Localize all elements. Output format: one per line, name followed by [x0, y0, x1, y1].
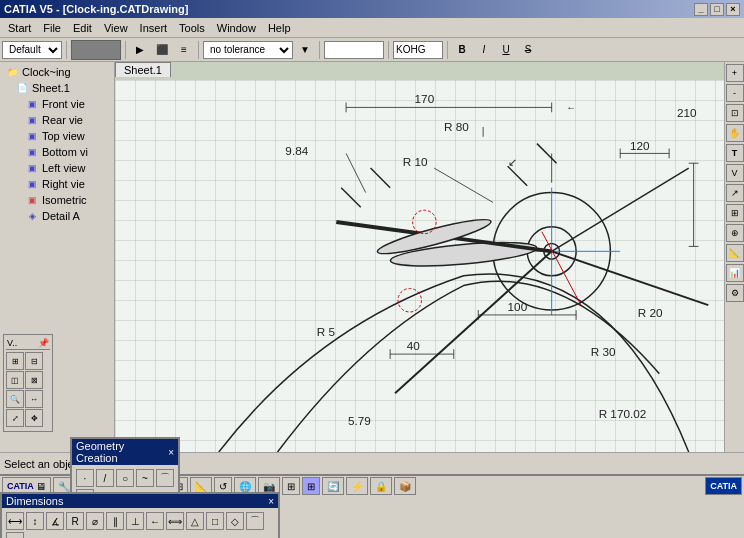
- tree-top-label: Top view: [42, 130, 85, 142]
- menu-insert[interactable]: Insert: [134, 20, 174, 36]
- svg-text:↙: ↙: [508, 156, 517, 168]
- svg-text:100: 100: [508, 300, 528, 313]
- vb-title: V..: [7, 338, 17, 348]
- geometry-panel-title: Geometry Creation: [76, 440, 115, 452]
- toolbar-btn-2[interactable]: ▶: [130, 40, 150, 60]
- tree-isometric-label: Isometric: [42, 194, 87, 206]
- close-button[interactable]: ×: [726, 3, 740, 16]
- tree-rear-view[interactable]: ▣ Rear vie: [22, 112, 112, 128]
- kohg-input[interactable]: [393, 41, 443, 59]
- sheet-tab[interactable]: Sheet.1: [115, 62, 171, 77]
- taskbar-btn-11[interactable]: ⊞: [282, 477, 300, 495]
- tree-root[interactable]: 📁 Clock~ing: [2, 64, 112, 80]
- right-toolbar: + - ⊡ ✋ T V ↗ ⊞ ⊕ 📐 📊 ⚙: [724, 62, 744, 452]
- tree-left-view[interactable]: ▣ Left view: [22, 160, 112, 176]
- svg-line-53: [537, 144, 557, 164]
- toolbar-row-1: Default ▶ ⬛ ≡ no tolerance ▼ B I U S: [0, 38, 744, 62]
- tree-front-label: Front vie: [42, 98, 85, 110]
- detail-icon: ◈: [24, 209, 40, 223]
- underline-btn[interactable]: U: [496, 40, 516, 60]
- geometry-panel: Geometry Creation × · / ○ ~ ⌒ ⬭: [70, 437, 115, 452]
- tree-right-view[interactable]: ▣ Right vie: [22, 176, 112, 192]
- folder-icon: 📁: [4, 65, 20, 79]
- svg-text:R 30: R 30: [591, 345, 616, 358]
- right-btn-pan[interactable]: ✋: [726, 124, 744, 142]
- tree-front-view[interactable]: ▣ Front vie: [22, 96, 112, 112]
- view-icon-6: ▣: [24, 177, 40, 191]
- vb-btn-3[interactable]: ◫: [6, 371, 24, 389]
- sheet-tab-label: Sheet.1: [124, 64, 162, 76]
- menu-window[interactable]: Window: [211, 20, 262, 36]
- right-btn-measure[interactable]: 📐: [726, 244, 744, 262]
- right-btn-v[interactable]: V: [726, 164, 744, 182]
- taskbar-btn-13[interactable]: ⚡: [346, 477, 368, 495]
- sheet-icon: 📄: [14, 81, 30, 95]
- vb-btn-2[interactable]: ⊟: [25, 352, 43, 370]
- vb-btn-5[interactable]: 🔍: [6, 390, 24, 408]
- minimize-button[interactable]: _: [694, 3, 708, 16]
- toolbar-btn-3[interactable]: ⬛: [152, 40, 172, 60]
- bold-btn[interactable]: B: [452, 40, 472, 60]
- taskbar-btn-15[interactable]: 📦: [394, 477, 416, 495]
- tree-detail-label: Detail A: [42, 210, 80, 222]
- catia-logo[interactable]: CATIA: [705, 477, 742, 495]
- tree-root-label: Clock~ing: [22, 66, 71, 78]
- menu-edit[interactable]: Edit: [67, 20, 98, 36]
- menu-start[interactable]: Start: [2, 20, 37, 36]
- tree-top-view[interactable]: ▣ Top view: [22, 128, 112, 144]
- drawing-svg: 170 ← R 80 9.84 R 10 ↙: [115, 80, 724, 452]
- tree-isometric[interactable]: ▣ Isometric: [22, 192, 112, 208]
- maximize-button[interactable]: □: [710, 3, 724, 16]
- taskbar-catia-label: 🖥: [36, 481, 46, 492]
- sep4: [319, 41, 320, 59]
- menu-view[interactable]: View: [98, 20, 134, 36]
- value-input[interactable]: [324, 41, 384, 59]
- toolbar-btn-4[interactable]: ≡: [174, 40, 194, 60]
- view-icon-5: ▣: [24, 161, 40, 175]
- right-btn-zoom-in[interactable]: +: [726, 64, 744, 82]
- strikethrough-btn[interactable]: S: [518, 40, 538, 60]
- sep3: [198, 41, 199, 59]
- catia-icon: CATIA: [7, 481, 34, 491]
- view-dropdown[interactable]: Default: [2, 41, 62, 59]
- right-btn-t[interactable]: T: [726, 144, 744, 162]
- svg-line-52: [508, 166, 528, 186]
- view-icon-2: ▣: [24, 113, 40, 127]
- vb-btn-7[interactable]: ⤢: [6, 409, 24, 427]
- toolbar-btn-5[interactable]: ▼: [295, 40, 315, 60]
- tree-sheet[interactable]: 📄 Sheet.1: [12, 80, 112, 96]
- tolerance-dropdown[interactable]: no tolerance: [203, 41, 293, 59]
- svg-text:210: 210: [677, 106, 697, 119]
- menu-bar: Start File Edit View Insert Tools Window…: [0, 18, 744, 38]
- right-btn-grid[interactable]: ⊞: [726, 204, 744, 222]
- title-bar: CATIA V5 - [Clock-ing.CATDrawing] _ □ ×: [0, 0, 744, 18]
- right-btn-extra1[interactable]: ⚙: [726, 284, 744, 302]
- right-btn-arrow[interactable]: ↗: [726, 184, 744, 202]
- menu-help[interactable]: Help: [262, 20, 297, 36]
- toolbar-btn-1[interactable]: [71, 40, 121, 60]
- drawing-area[interactable]: Sheet.1: [115, 62, 724, 452]
- tree-detail[interactable]: ◈ Detail A: [22, 208, 112, 224]
- drawing-canvas[interactable]: 170 ← R 80 9.84 R 10 ↙: [115, 80, 724, 452]
- taskbar-btn-12[interactable]: 🔄: [322, 477, 344, 495]
- right-btn-analysis[interactable]: 📊: [726, 264, 744, 282]
- vb-btn-4[interactable]: ⊠: [25, 371, 43, 389]
- menu-tools[interactable]: Tools: [173, 20, 211, 36]
- menu-file[interactable]: File: [37, 20, 67, 36]
- right-btn-snap[interactable]: ⊕: [726, 224, 744, 242]
- taskbar-btn-grid[interactable]: ⊞: [302, 477, 320, 495]
- right-btn-zoom-out[interactable]: -: [726, 84, 744, 102]
- sep6: [447, 41, 448, 59]
- italic-btn[interactable]: I: [474, 40, 494, 60]
- vb-panel: V.. 📌 ⊞ ⊟ ◫ ⊠ 🔍 ↔ ⤢ ✥: [3, 334, 53, 432]
- taskbar-btn-14[interactable]: 🔒: [370, 477, 392, 495]
- title-text: CATIA V5 - [Clock-ing.CATDrawing]: [4, 3, 188, 15]
- vb-pin[interactable]: 📌: [38, 338, 49, 348]
- vb-btn-6[interactable]: ↔: [25, 390, 43, 408]
- vb-buttons: ⊞ ⊟ ◫ ⊠ 🔍 ↔ ⤢ ✥: [6, 350, 50, 429]
- vb-btn-8[interactable]: ✥: [25, 409, 43, 427]
- vb-btn-1[interactable]: ⊞: [6, 352, 24, 370]
- tree-bottom-view[interactable]: ▣ Bottom vi: [22, 144, 112, 160]
- svg-line-51: [371, 168, 391, 188]
- right-btn-fit[interactable]: ⊡: [726, 104, 744, 122]
